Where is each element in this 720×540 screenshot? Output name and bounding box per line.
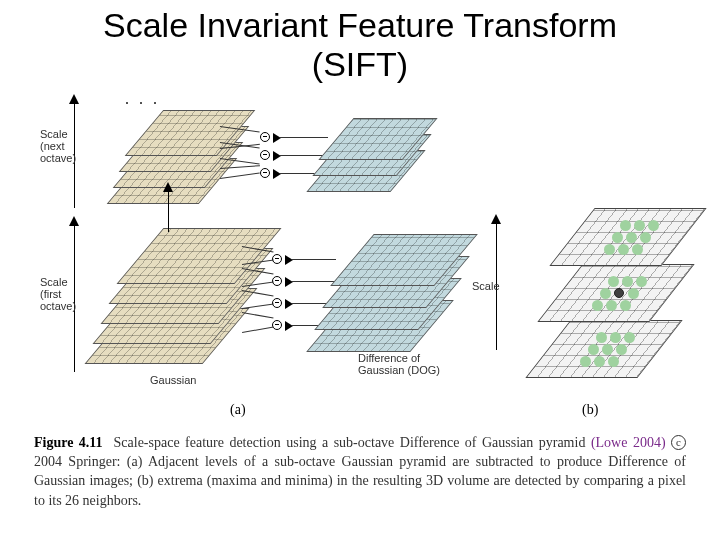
connector-line: [280, 137, 328, 138]
arrowhead-icon: [69, 216, 79, 226]
connector-line: [242, 312, 274, 319]
figure-caption: Figure 4.11 Scale-space feature detectio…: [34, 433, 686, 510]
copyright-icon: c: [671, 435, 686, 450]
connector-line: [292, 259, 336, 260]
subtract-node-icon: [260, 168, 270, 178]
figure-part-a: (a): [230, 402, 246, 418]
subtract-node-icon: [272, 320, 282, 330]
label-scale-b: Scale: [472, 280, 500, 292]
label-dog: Difference of Gaussian (DOG): [358, 352, 440, 376]
caption-figure-number: Figure 4.11: [34, 435, 103, 450]
page-title: Scale Invariant Feature Transform (SIFT): [0, 6, 720, 84]
ellipsis-icon: . . .: [125, 90, 160, 108]
title-line-1: Scale Invariant Feature Transform: [103, 6, 617, 44]
title-line-2: (SIFT): [312, 45, 408, 83]
label-scale-next: Scale (next octave): [40, 128, 80, 164]
connector-line: [292, 281, 336, 282]
arrowhead-icon: [163, 182, 173, 192]
label-scale-first: Scale (first octave): [40, 276, 80, 312]
subtract-node-icon: [260, 150, 270, 160]
connector-line: [242, 327, 274, 334]
label-gaussian: Gaussian: [150, 374, 196, 386]
arrowhead-icon: [491, 214, 501, 224]
caption-reference: (Lowe 2004): [591, 435, 666, 450]
caption-body: 2004 Springer: (a) Adjacent levels of a …: [34, 454, 686, 508]
figure-part-b: (b): [582, 402, 598, 418]
caption-lead: Scale-space feature detection using a su…: [114, 435, 591, 450]
connector-line: [220, 173, 260, 180]
octave-link-line: [168, 188, 169, 232]
arrowhead-icon: [69, 94, 79, 104]
figure-4-11: . . . Scale (next octave) Scale (first o…: [20, 92, 700, 432]
subtract-node-icon: [260, 132, 270, 142]
